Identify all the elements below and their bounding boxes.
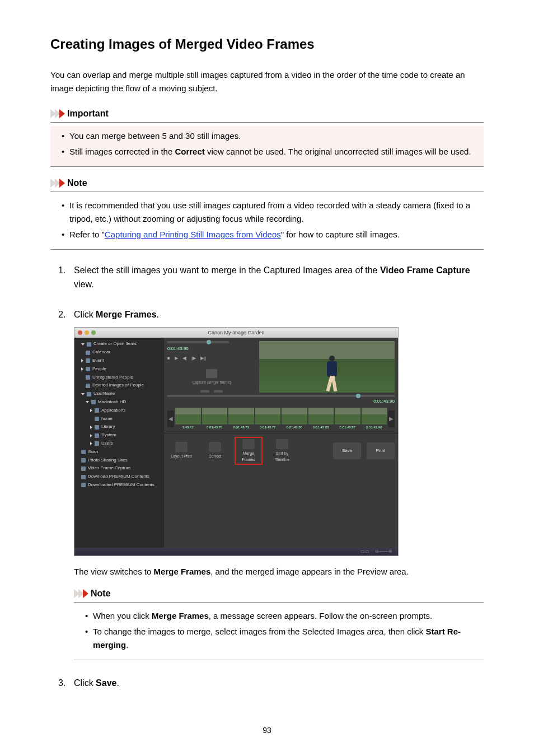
frame-fwd-icon[interactable]: |▶: [191, 355, 196, 362]
print-button[interactable]: Print: [367, 442, 395, 459]
note-item: It is recommended that you use still ima…: [62, 199, 478, 226]
frame-back-icon[interactable]: ◀|: [182, 355, 187, 362]
page-number: 93: [50, 724, 484, 736]
note-callout-inner: Note When you click Merge Frames, a mess…: [74, 586, 484, 660]
sidebar-item[interactable]: Download PREMIUM Contents: [74, 473, 164, 481]
thumb[interactable]: [282, 408, 307, 424]
merge-frames-button[interactable]: Merge Frames: [235, 437, 263, 465]
important-callout: Important You can merge between 5 and 30…: [50, 106, 484, 167]
note-item: When you click Merge Frames, a message s…: [85, 609, 478, 623]
page-title: Creating Images of Merged Video Frames: [50, 34, 484, 55]
sidebar-item[interactable]: People: [74, 365, 164, 374]
note-item: To change the images to merge, select im…: [85, 625, 478, 652]
sidebar-item[interactable]: Applications: [74, 407, 164, 415]
thumb-next-icon[interactable]: ▶: [388, 410, 395, 427]
thumb-prev-icon[interactable]: ◀: [167, 410, 174, 427]
capturing-link[interactable]: Capturing and Printing Still Images from…: [105, 230, 281, 239]
playback-time: 0:01:43.90: [167, 346, 256, 353]
arrows-icon: [50, 179, 64, 188]
important-item: Still images corrected in the Correct vi…: [62, 145, 478, 158]
sidebar-item[interactable]: Video Frame Capture: [74, 464, 164, 473]
sidebar-item[interactable]: Macintosh HD: [74, 398, 164, 407]
sidebar-item[interactable]: Photo Sharing Sites: [74, 456, 164, 465]
step-1: Select the still images you want to merg…: [58, 263, 484, 292]
timeline-time: 0:01:43.90: [167, 398, 395, 405]
save-button[interactable]: Save: [333, 442, 361, 459]
sidebar-item[interactable]: Event: [74, 357, 164, 365]
thumb[interactable]: [228, 408, 254, 424]
stop-icon[interactable]: ■: [167, 355, 170, 362]
play-icon[interactable]: ▶: [175, 355, 178, 362]
capture-label: Capture (single frame): [192, 380, 231, 384]
layout-print-button[interactable]: Layout Print: [167, 442, 195, 459]
sidebar-item[interactable]: System: [74, 431, 164, 440]
app-sidebar: Create or Open Items Calendar Event Peop…: [74, 338, 164, 548]
note-heading: Note: [67, 176, 87, 190]
sidebar-item[interactable]: home: [74, 415, 164, 423]
thumb[interactable]: [175, 408, 201, 424]
thumb[interactable]: [308, 408, 334, 424]
sidebar-item[interactable]: Scan: [74, 448, 164, 456]
sidebar-item[interactable]: Downloaded PREMIUM Contents: [74, 481, 164, 489]
important-heading: Important: [67, 106, 109, 121]
capture-icon[interactable]: [206, 369, 217, 378]
thumb[interactable]: [202, 408, 228, 424]
progress-slider[interactable]: [167, 341, 229, 343]
sidebar-item[interactable]: Unregistered People: [74, 374, 164, 382]
note-heading: Note: [91, 586, 111, 601]
step-2: Click Merge Frames. Canon My Image Garde…: [58, 307, 484, 660]
note-item: Refer to "Capturing and Printing Still I…: [62, 228, 478, 241]
playback-controls: 0:01:43.90 ■ ▶ ◀| |▶ ▶||: [164, 338, 259, 393]
thumb[interactable]: [255, 408, 281, 424]
speed-icon[interactable]: ▶||: [200, 355, 206, 362]
sidebar-item[interactable]: Create or Open Items: [74, 340, 164, 348]
zoom-slider[interactable]: ⊖───⊕: [375, 548, 392, 556]
arrows-icon: [74, 589, 87, 598]
intro-text: You can overlap and merge multiple still…: [50, 68, 484, 95]
sort-by-timeline-button[interactable]: Sort by Timeline: [268, 439, 296, 463]
sidebar-item[interactable]: Users: [74, 440, 164, 448]
correct-button[interactable]: Correct: [201, 442, 229, 459]
note-callout: Note It is recommended that you use stil…: [50, 176, 484, 250]
important-item: You can merge between 5 and 30 still ima…: [62, 129, 478, 143]
sidebar-item[interactable]: Deleted Images of People: [74, 381, 164, 390]
step-3: Click Save.: [58, 676, 484, 690]
app-screenshot: Canon My Image Garden Create or Open Ite…: [74, 327, 399, 556]
arrows-icon: [50, 109, 64, 118]
step2-result-text: The view switches to Merge Frames, and t…: [74, 565, 484, 578]
thumb[interactable]: [335, 408, 360, 424]
sidebar-item[interactable]: Library: [74, 423, 164, 431]
app-title: Canon My Image Garden: [74, 329, 398, 337]
sidebar-item[interactable]: UserName: [74, 390, 164, 398]
sidebar-item[interactable]: Calendar: [74, 348, 164, 357]
view-toggle-icon[interactable]: ▭▭: [360, 548, 369, 556]
preview-area: [259, 341, 395, 393]
thumb[interactable]: [362, 408, 387, 424]
timeline-slider[interactable]: [167, 395, 395, 397]
